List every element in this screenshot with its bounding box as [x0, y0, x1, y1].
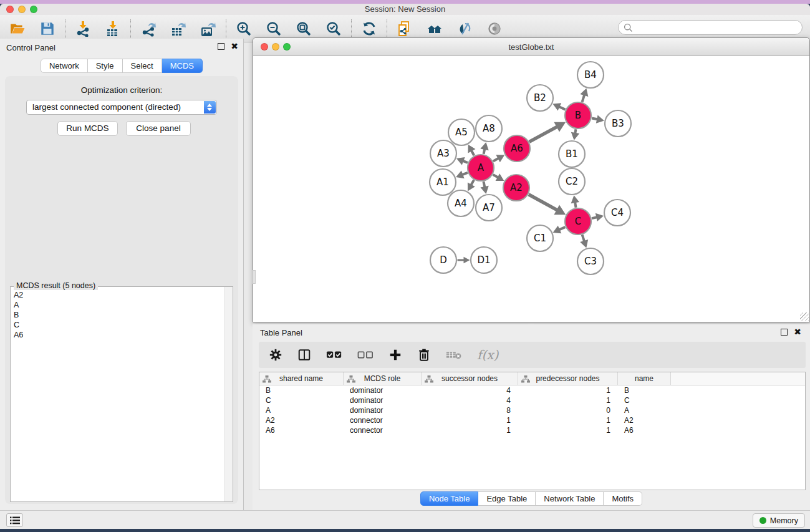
zoom-fit-button[interactable]	[295, 20, 312, 37]
table-cell[interactable]: 1	[518, 425, 618, 435]
table-cell[interactable]: connector	[344, 415, 422, 425]
table-cell[interactable]: B	[618, 385, 671, 395]
graph-edge-B-B4[interactable]	[582, 95, 585, 102]
close-panel-icon[interactable]: ✖	[231, 43, 238, 50]
graph-edge-A-A2[interactable]	[493, 175, 498, 178]
table-row[interactable]: Cdominator41C	[259, 395, 805, 405]
graph-edge-A-A1[interactable]	[462, 173, 468, 175]
export-table-button[interactable]	[170, 20, 187, 37]
graph-edge-A-A8[interactable]	[484, 149, 485, 154]
zoom-in-button[interactable]	[235, 20, 253, 37]
close-table-panel-icon[interactable]: ✖	[794, 329, 801, 336]
float-table-panel-icon[interactable]	[781, 329, 788, 336]
mcds-result-item[interactable]: A6	[11, 330, 224, 340]
refresh-button[interactable]	[360, 20, 378, 37]
table-cell[interactable]: A2	[618, 415, 671, 425]
eye-button[interactable]	[486, 20, 503, 37]
column-header-MCDS-role[interactable]: MCDS role	[344, 372, 422, 385]
table-row[interactable]: Adominator80A	[259, 405, 805, 415]
table-cell[interactable]: A6	[259, 425, 344, 435]
open-file-button[interactable]	[9, 20, 26, 37]
unselect-all-columns-button[interactable]	[357, 349, 374, 360]
graph-edge-C-C1[interactable]	[559, 227, 566, 230]
table-cell[interactable]: dominator	[344, 395, 422, 405]
graph-edge-A-A3[interactable]	[463, 161, 468, 163]
resize-grip-icon[interactable]	[800, 312, 809, 321]
network-window-titlebar[interactable]: testGlobe.txt	[253, 38, 809, 56]
select-all-columns-button[interactable]	[326, 349, 342, 360]
table-cell[interactable]: 1	[422, 425, 518, 435]
graph-edge-A-A7[interactable]	[483, 181, 485, 187]
mcds-result-item[interactable]: B	[11, 310, 224, 320]
mcds-result-item[interactable]: A	[11, 300, 224, 310]
graph-edge-A-A6[interactable]	[493, 158, 499, 162]
close-panel-button[interactable]: Close panel	[126, 121, 191, 136]
import-network-button[interactable]	[74, 20, 92, 37]
home-button[interactable]	[426, 20, 443, 37]
search-input[interactable]	[618, 20, 803, 35]
memory-button[interactable]: Memory	[753, 513, 805, 528]
network-canvas[interactable]: AA2A6BCA1A3A4A5A7A8B1B2B3B4C1C2C3C4DD1	[253, 56, 809, 322]
tab-network-table[interactable]: Network Table	[536, 491, 604, 506]
clone-network-button[interactable]	[396, 20, 413, 37]
table-cell[interactable]: C	[618, 395, 671, 405]
export-network-button[interactable]	[140, 20, 157, 37]
table-row[interactable]: A6connector11A6	[259, 425, 805, 435]
tab-style[interactable]: Style	[88, 59, 123, 73]
table-cell[interactable]: 8	[422, 405, 518, 415]
tab-motifs[interactable]: Motifs	[604, 491, 642, 506]
graph-edge-B-B2[interactable]	[559, 107, 565, 110]
table-row[interactable]: A2connector11A2	[259, 415, 805, 425]
tab-mcds[interactable]: MCDS	[162, 59, 203, 73]
graph-edge-C-C3[interactable]	[582, 235, 584, 241]
import-table-button[interactable]	[104, 20, 122, 37]
table-cell[interactable]: 1	[518, 415, 618, 425]
mcds-result-item[interactable]: A2	[11, 290, 224, 300]
task-history-button[interactable]	[6, 513, 23, 527]
table-cell[interactable]: A	[259, 405, 344, 415]
tab-edge-table[interactable]: Edge Table	[478, 491, 536, 506]
column-header-name[interactable]: name	[618, 372, 671, 385]
criterion-dropdown[interactable]: largest connected component (directed)	[26, 100, 217, 115]
function-builder-button[interactable]: f(x)	[477, 347, 498, 362]
float-panel-icon[interactable]	[218, 43, 224, 50]
delete-column-button[interactable]	[417, 348, 431, 362]
column-header-successor-nodes[interactable]: successor nodes	[422, 372, 518, 385]
table-cell[interactable]: 1	[518, 385, 618, 395]
column-header-shared-name[interactable]: shared name	[259, 372, 344, 385]
graph-edge-A2-C[interactable]	[529, 195, 557, 210]
table-cell[interactable]: 1	[518, 395, 618, 405]
table-cell[interactable]: 4	[422, 395, 518, 405]
delete-table-button[interactable]	[446, 349, 462, 360]
graph-edge-A-A5[interactable]	[471, 150, 474, 155]
zoom-selected-button[interactable]	[325, 20, 342, 37]
save-session-button[interactable]	[39, 20, 56, 37]
toggle-columns-button[interactable]	[297, 348, 311, 362]
table-cell[interactable]: A2	[259, 415, 344, 425]
tab-node-table[interactable]: Node Table	[420, 491, 479, 506]
table-row[interactable]: Bdominator41B	[259, 385, 805, 395]
table-cell[interactable]: dominator	[344, 405, 422, 415]
zoom-out-button[interactable]	[265, 20, 282, 37]
table-cell[interactable]: connector	[344, 425, 422, 435]
mcds-result-item[interactable]: C	[11, 320, 224, 330]
graph-edge-C-C2[interactable]	[575, 202, 576, 208]
table-cell[interactable]: A	[618, 405, 671, 415]
graph-edge-B-B3[interactable]	[592, 118, 597, 119]
graph-edge-A6-B[interactable]	[529, 127, 557, 142]
run-mcds-button[interactable]: Run MCDS	[57, 121, 118, 136]
table-cell[interactable]: 0	[518, 405, 618, 415]
table-cell[interactable]: dominator	[344, 385, 422, 395]
table-cell[interactable]: C	[259, 395, 344, 405]
add-column-button[interactable]	[388, 348, 402, 362]
graphics-details-button[interactable]	[456, 20, 473, 37]
column-header-predecessor-nodes[interactable]: predecessor nodes	[518, 372, 618, 385]
table-cell[interactable]: A6	[618, 425, 671, 435]
export-image-button[interactable]	[200, 20, 217, 37]
tab-select[interactable]: Select	[123, 59, 162, 73]
list-scrollbar[interactable]	[224, 287, 233, 501]
graph-edge-A-A4[interactable]	[471, 180, 474, 185]
table-cell[interactable]: 4	[422, 385, 518, 395]
graph-edge-B-B1[interactable]	[575, 129, 576, 133]
table-cell[interactable]: B	[259, 385, 344, 395]
